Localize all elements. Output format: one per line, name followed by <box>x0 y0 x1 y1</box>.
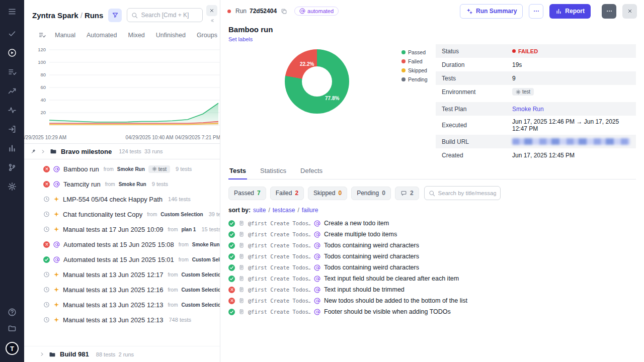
sort-testcase-link[interactable]: testcase <box>273 207 295 214</box>
run-source: Custom Selection <box>192 257 220 262</box>
filter-button[interactable] <box>108 9 122 22</box>
runs-tab-mixed[interactable]: Mixed <box>128 32 144 39</box>
more-options-button[interactable] <box>529 4 543 19</box>
runs-tab-groups[interactable]: Groups <box>197 32 217 39</box>
test-row[interactable]: @first Create Todos…Text input should be… <box>228 284 636 295</box>
runs-filter-tabs: ManualAutomatedMixedUnfinishedGroups <box>24 27 220 44</box>
run-row[interactable]: Teamcity runfromSmoke Run9 tests <box>24 176 220 192</box>
checklist-icon <box>38 31 46 39</box>
set-labels-link[interactable]: Set labels <box>228 36 636 42</box>
sparkles-icon <box>466 8 473 15</box>
menu-button[interactable] <box>8 7 17 16</box>
folder-name: Build 981 <box>60 350 89 358</box>
document-icon <box>238 298 245 304</box>
run-row[interactable]: Bamboo runfromSmoke Runtest9 tests <box>24 161 220 176</box>
test-row[interactable]: @first Create Todos…Todos containing wei… <box>228 240 636 251</box>
run-row[interactable]: Manual tests at 13 Jun 2025 12:16fromCus… <box>24 282 220 297</box>
sidebar-item-analytics[interactable] <box>8 86 17 96</box>
tab-tests[interactable]: Tests <box>228 164 247 179</box>
sidebar-item-tasks[interactable] <box>8 29 17 38</box>
sort-failure-link[interactable]: failure <box>302 207 318 214</box>
run-source: Smoke Run <box>119 182 146 187</box>
run-row[interactable]: Automated tests at 15 Jun 2025 15:01from… <box>24 252 220 267</box>
failed-percent-label: 22.2% <box>300 61 314 67</box>
run-row[interactable]: Manual tests at 17 Jun 2025 10:09frompla… <box>24 222 220 237</box>
chevron-right-icon[interactable] <box>39 351 45 357</box>
run-status-dot <box>227 10 231 13</box>
folders-icon <box>8 324 17 333</box>
run-test-count: 146 tests <box>168 196 191 202</box>
tab-defects[interactable]: Defects <box>299 164 324 179</box>
test-row[interactable]: @first Create Todos…Footer should be vis… <box>228 306 636 317</box>
sidebar-item-runs[interactable] <box>8 48 17 57</box>
runs-tab-unfinished[interactable]: Unfinished <box>156 32 186 39</box>
test-suite: @first Create Todos… <box>248 298 310 304</box>
document-icon <box>238 309 245 315</box>
test-row[interactable]: @first Create Todos…Create multiple todo… <box>228 229 636 240</box>
run-row[interactable]: Automated tests at 15 Jun 2025 15:08from… <box>24 237 220 252</box>
svg-text:60: 60 <box>40 84 46 90</box>
tab-statistics[interactable]: Statistics <box>259 164 287 179</box>
run-detail-panel: Run 72d52404 automated Run Summary Repor… <box>220 0 644 362</box>
search-icon <box>131 12 138 19</box>
listcheck-icon <box>8 67 17 76</box>
test-plan-link[interactable]: Smoke Run <box>512 106 544 113</box>
run-row[interactable]: Manual tests at 13 Jun 2025 12:13fromCus… <box>24 297 220 312</box>
run-row[interactable]: LMP-554 05/04 check Happy Path146 tests <box>24 192 220 207</box>
run-name: Automated tests at 15 Jun 2025 15:08 <box>63 241 174 248</box>
ellipsis-icon <box>533 8 540 15</box>
detail-row-duration: Duration19s <box>436 58 636 71</box>
test-row[interactable]: @first Create Todos…New todos should be … <box>228 295 636 306</box>
filter-failed[interactable]: Failed2 <box>270 187 304 200</box>
sidebar-item-settings[interactable] <box>8 182 17 191</box>
automated-icon <box>314 231 320 238</box>
chevron-right-icon[interactable] <box>40 149 46 154</box>
more-actions-button[interactable] <box>602 4 616 19</box>
play-icon <box>8 48 17 57</box>
run-test-count: 9 tests <box>176 166 192 172</box>
gear-icon <box>152 166 157 171</box>
logo-t[interactable]: T <box>6 342 19 355</box>
collapse-panel-button[interactable] <box>209 18 215 24</box>
sidebar-item-test-cases[interactable] <box>8 67 17 76</box>
sidebar-item-branches[interactable] <box>8 163 17 172</box>
document-icon <box>238 253 245 259</box>
sidebar-item-projects[interactable] <box>8 324 17 333</box>
test-row[interactable]: @first Create Todos…Text input field sho… <box>228 273 636 284</box>
run-source: plan 1 <box>181 227 196 232</box>
close-run-button[interactable] <box>622 4 637 19</box>
runs-panel: Zyntra Spark/Runs ManualAutomatedMixedUn… <box>24 0 220 362</box>
run-row[interactable]: Chat functionality test CopyfromCustom S… <box>24 207 220 222</box>
test-row[interactable]: @first Create Todos…Todos containing wei… <box>228 251 636 262</box>
sort-suite-link[interactable]: suite <box>253 207 266 214</box>
filter-passed[interactable]: Passed7 <box>228 187 266 200</box>
svg-text:120: 120 <box>38 47 46 52</box>
filter-comments[interactable]: 2 <box>395 187 419 200</box>
run-summary-button[interactable]: Run Summary <box>460 4 523 19</box>
runs-tab-automated[interactable]: Automated <box>87 32 117 39</box>
import-icon <box>8 125 17 134</box>
close-panel-button[interactable] <box>206 5 217 16</box>
run-row[interactable]: Manual tests at 13 Jun 2025 12:13748 tes… <box>24 312 220 327</box>
filter-pending[interactable]: Pending0 <box>351 187 391 200</box>
copy-run-id-button[interactable] <box>281 8 287 15</box>
sidebar-item-import[interactable] <box>8 125 17 134</box>
runs-tab-manual[interactable]: Manual <box>55 32 75 39</box>
report-button[interactable]: Report <box>549 4 591 19</box>
run-row[interactable]: Manual tests at 13 Jun 2025 12:17fromCus… <box>24 267 220 282</box>
check-icon <box>8 29 17 38</box>
search-input[interactable] <box>141 12 198 19</box>
milestone-row[interactable]: Bravo milestone 124 tests 33 runs <box>24 143 220 159</box>
sidebar-item-help[interactable] <box>8 308 17 317</box>
folder-row[interactable]: Build 981 88 tests 2 runs <box>24 346 220 362</box>
trend-icon <box>8 86 17 96</box>
test-search-input[interactable] <box>438 190 496 196</box>
test-row[interactable]: @first Create Todos…Todos containing wei… <box>228 262 636 273</box>
document-icon <box>238 220 245 226</box>
status-unfinished-icon <box>43 226 50 233</box>
sidebar-item-pulse[interactable] <box>8 106 17 115</box>
bars-icon <box>8 144 17 153</box>
sidebar-item-reports[interactable] <box>8 144 17 153</box>
filter-skipped[interactable]: Skipped0 <box>308 187 347 200</box>
test-row[interactable]: @first Create Todos…Create a new todo it… <box>228 218 636 229</box>
